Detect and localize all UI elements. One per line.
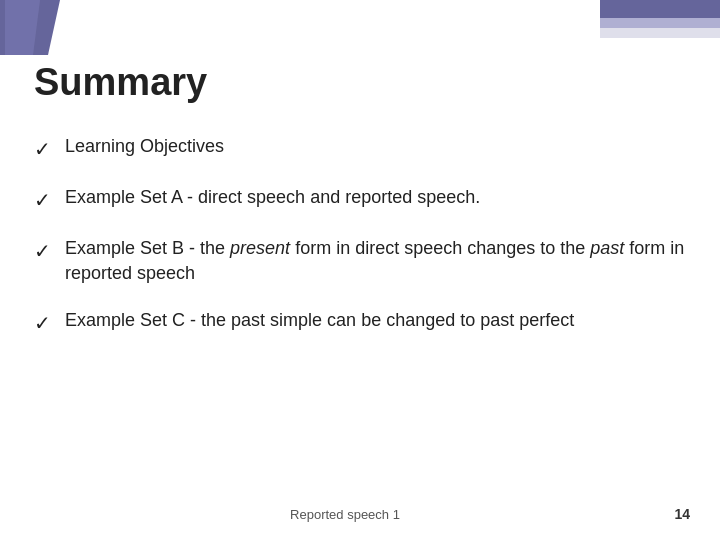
bullet-text-3-before: Example Set B - the: [65, 238, 230, 258]
slide-footer: Reported speech 1: [0, 507, 690, 522]
corner-decoration-top-right-3: [600, 28, 720, 38]
slide-title: Summary: [34, 60, 686, 106]
bullet-text-1: Learning Objectives: [65, 134, 686, 159]
footer-label: Reported speech 1: [290, 507, 400, 522]
checkmark-icon: ✓: [34, 237, 51, 265]
checkmark-icon: ✓: [34, 309, 51, 337]
bullet-text-3-italic1: present: [230, 238, 290, 258]
bullet-text-3-middle: form in direct speech changes to the: [290, 238, 590, 258]
list-item: ✓ Example Set B - the present form in di…: [34, 236, 686, 286]
bullet-list: ✓ Learning Objectives ✓ Example Set A - …: [34, 134, 686, 337]
bullet-text-2: Example Set A - direct speech and report…: [65, 185, 686, 210]
checkmark-icon: ✓: [34, 135, 51, 163]
bullet-text-3: Example Set B - the present form in dire…: [65, 236, 686, 286]
page-number: 14: [674, 506, 690, 522]
corner-decoration-top-right-2: [600, 18, 720, 28]
list-item: ✓ Example Set A - direct speech and repo…: [34, 185, 686, 214]
slide-container: Summary ✓ Learning Objectives ✓ Example …: [0, 0, 720, 540]
bullet-text-3-italic2: past: [590, 238, 624, 258]
slide-content: Summary ✓ Learning Objectives ✓ Example …: [34, 60, 686, 490]
list-item: ✓ Learning Objectives: [34, 134, 686, 163]
checkmark-icon: ✓: [34, 186, 51, 214]
corner-decoration-top-right: [600, 0, 720, 18]
list-item: ✓ Example Set C - the past simple can be…: [34, 308, 686, 337]
bullet-text-4: Example Set C - the past simple can be c…: [65, 308, 686, 333]
